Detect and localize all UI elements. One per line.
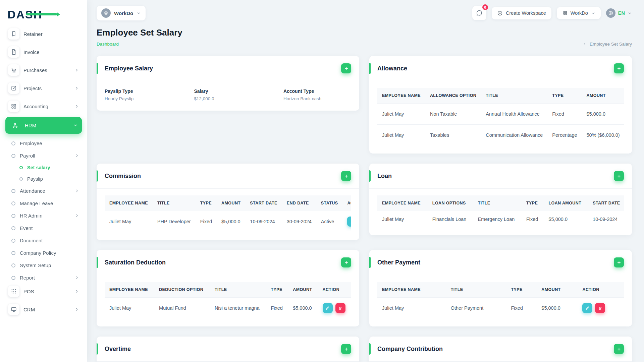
field: Payslip Type Hourly Payslip	[105, 88, 194, 101]
bullet-icon	[11, 226, 15, 230]
cell-employee: Juliet May	[377, 211, 428, 228]
bullet-icon	[11, 251, 15, 255]
table-row: Juliet May Financials Loan Emergency Loa…	[377, 211, 624, 228]
sidebar-item-hr-admin[interactable]: HR Admin	[5, 209, 82, 222]
field-value: Horizon Bank cash	[283, 96, 351, 101]
other-payment-card: Other Payment Employee Name Title Type A…	[369, 250, 632, 326]
table-header-row: Employee Name Deduction Option Title Typ…	[105, 282, 351, 298]
main-content: Employee Set Salary Dashboard Employee S…	[87, 26, 644, 362]
add-loan-button[interactable]	[614, 171, 624, 181]
allowance-card: Allowance Employee Name Allowance Option…	[369, 56, 632, 154]
edit-button[interactable]	[347, 217, 351, 227]
language-selector[interactable]: EN	[606, 8, 632, 18]
workspace-icon	[101, 8, 111, 18]
cell-type: Fixed	[196, 211, 217, 232]
sidebar-item-company-policy[interactable]: Company Policy	[5, 247, 82, 259]
cell-employee: Juliet May	[377, 125, 425, 146]
sidebar-nav: Retainer Invoice Purchases Projects	[5, 26, 82, 317]
chevron-down-icon	[73, 123, 78, 128]
cell-title: PHP Developer	[153, 211, 196, 232]
sidebar-item-system-setup[interactable]: System Setup	[5, 259, 82, 272]
delete-button[interactable]	[335, 303, 345, 313]
sidebar-item-projects[interactable]: Projects	[5, 81, 82, 96]
sidebar-item-pos[interactable]: POS	[5, 284, 82, 299]
sidebar-item-hrm[interactable]: HRM	[5, 117, 82, 134]
sidebar-item-payslip[interactable]: Payslip	[5, 173, 82, 185]
create-workspace-button[interactable]: Create Workspace	[492, 7, 551, 19]
workspace-switcher[interactable]: WorkDo	[97, 6, 146, 20]
sidebar-item-report[interactable]: Report	[5, 272, 82, 284]
messages-button[interactable]: 0	[472, 6, 486, 20]
card-header: Allowance	[369, 56, 632, 81]
logo-swoosh-icon	[26, 13, 57, 15]
table-row: Juliet May Taxables Communication Allowa…	[377, 125, 624, 146]
add-employee-salary-button[interactable]	[341, 63, 351, 73]
card-header: Other Payment	[369, 250, 632, 275]
sidebar-item-attendance[interactable]: Attendance	[5, 185, 82, 197]
breadcrumb: Dashboard Employee Set Salary	[97, 42, 632, 47]
sidebar-item-set-salary[interactable]: Set salary	[5, 162, 82, 173]
breadcrumb-dashboard-link[interactable]: Dashboard	[97, 42, 119, 47]
edit-button[interactable]	[323, 303, 333, 313]
add-other-payment-button[interactable]	[614, 257, 624, 267]
field-value: $12,000.0	[194, 96, 283, 101]
column-header: Action	[578, 282, 624, 298]
apps-menu-button[interactable]: WorkDo	[557, 7, 601, 19]
column-header: Title	[210, 282, 266, 298]
top-bar: WorkDo 0 Create Workspace WorkDo	[87, 0, 644, 26]
sidebar-item-label: Manage Leave	[20, 200, 53, 206]
add-commission-button[interactable]	[341, 171, 351, 181]
cell-start-date: 10-09-2024	[588, 211, 624, 228]
chevron-down-icon	[628, 11, 632, 15]
card-header: Overtime	[97, 337, 359, 361]
sidebar-item-label: POS	[23, 289, 34, 294]
sidebar: DASH Retainer Invoice Purchases	[0, 0, 87, 362]
commission-table: Employee Name Title Type Amount Start Da…	[97, 188, 359, 240]
cell-title: Nisi a tenetur magna	[210, 298, 266, 319]
table-row: Juliet May Other Payment Fixed $5,000.0	[377, 298, 624, 319]
sidebar-item-document[interactable]: Document	[5, 234, 82, 247]
column-header: End Date	[282, 195, 316, 211]
sidebar-item-event[interactable]: Event	[5, 222, 82, 234]
cell-option: Mutual Fund	[154, 298, 210, 319]
loan-table: Employee Name Loan Options Title Type Lo…	[369, 188, 632, 235]
chevron-down-icon	[591, 11, 595, 15]
retainer-icon	[8, 28, 19, 40]
add-saturation-deduction-button[interactable]	[341, 257, 351, 267]
sidebar-item-crm[interactable]: CRM	[5, 302, 82, 317]
sidebar-item-invoice[interactable]: Invoice	[5, 45, 82, 59]
employee-salary-card: Employee Salary Payslip Type Hourly Pays…	[97, 56, 359, 111]
breadcrumb-current: Employee Set Salary	[590, 42, 632, 47]
sidebar-item-retainer[interactable]: Retainer	[5, 26, 82, 41]
column-header: Status	[316, 195, 343, 211]
sidebar-item-accounting[interactable]: Accounting	[5, 99, 82, 114]
sidebar-item-label: HR Admin	[20, 213, 43, 219]
edit-button[interactable]	[582, 303, 592, 313]
sidebar-item-payroll[interactable]: Payroll	[5, 149, 82, 162]
cell-title: Emergency Loan	[473, 211, 522, 228]
top-bar-actions: 0 Create Workspace WorkDo EN	[472, 6, 632, 20]
cell-option: Taxables	[425, 125, 481, 146]
cell-amount: 50% ($6,000.0)	[582, 125, 624, 146]
column-header: Employee Name	[377, 195, 428, 211]
add-overtime-button[interactable]	[341, 344, 351, 354]
column-header: Employee Name	[377, 282, 446, 298]
bullet-icon	[11, 201, 15, 205]
card-header: Commission	[97, 164, 359, 188]
sidebar-item-employee[interactable]: Employee	[5, 137, 82, 149]
delete-button[interactable]	[595, 303, 605, 313]
sidebar-item-manage-leave[interactable]: Manage Leave	[5, 197, 82, 209]
hub-icon	[9, 120, 21, 131]
field: Salary $12,000.0	[194, 88, 283, 101]
cell-start-date: 10-09-2024	[245, 211, 282, 232]
salary-fields: Payslip Type Hourly Payslip Salary $12,0…	[97, 81, 359, 111]
sidebar-item-label: Employee	[20, 140, 42, 146]
cell-end-date: 30-09-2024	[282, 211, 316, 232]
add-company-contribution-button[interactable]	[614, 344, 624, 354]
column-header: Type	[266, 282, 288, 298]
cell-title: Annual Health Allowance	[481, 104, 547, 125]
add-allowance-button[interactable]	[614, 63, 624, 73]
card-accent-bar	[97, 170, 98, 182]
sidebar-item-purchases[interactable]: Purchases	[5, 63, 82, 77]
sidebar-item-label: System Setup	[20, 262, 51, 268]
